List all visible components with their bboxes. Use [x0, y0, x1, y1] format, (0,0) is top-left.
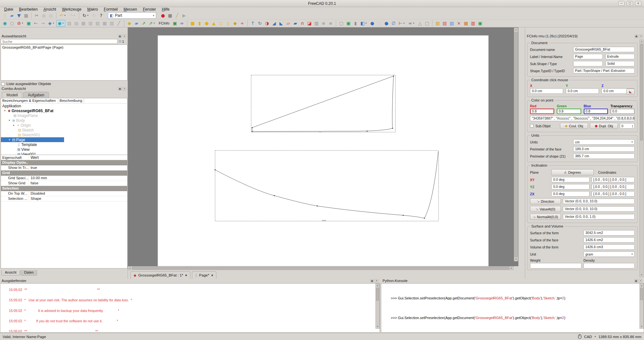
sketch-edit-icon[interactable]: ▨ [441, 20, 448, 27]
panel-close-button[interactable]: × [123, 34, 126, 38]
property-value[interactable]: Disabled [29, 191, 45, 196]
channel-value-field[interactable]: 0.8 [530, 109, 554, 114]
page-canvas[interactable] [128, 27, 518, 266]
color-formats-field[interactable]: "3435973887" , "#cccccc" , "0xcccccc" , … [530, 116, 635, 121]
python-console-log[interactable]: >>> Gui.Selection.setPreselection(App.ge… [381, 283, 644, 333]
plane-angle-field[interactable]: 0.0 deg [551, 184, 590, 189]
insert-view-icon[interactable]: ⇗▾ [147, 20, 156, 27]
channel-value-field[interactable]: 0.8 [584, 109, 608, 114]
workbench-selector[interactable]: ◧ Part ▾ [108, 12, 156, 19]
scroll-left-icon[interactable]: ◂ [128, 267, 132, 270]
scroll-down-icon[interactable]: ▾ [376, 325, 379, 328]
checkbox-icon[interactable] [1, 82, 5, 86]
menu-item[interactable]: Messen [121, 7, 140, 12]
vector-button[interactable]: ↘ Direction [530, 198, 561, 204]
macro-stop-icon[interactable]: ■ [167, 12, 173, 19]
scroll-down-icon[interactable]: ▾ [640, 325, 643, 328]
panel-float-button[interactable]: ▣ [635, 34, 638, 38]
tree-item[interactable]: ▾ ◉ Body [1, 118, 127, 123]
scrollbar-thumb[interactable] [132, 267, 509, 269]
nav-forward-icon[interactable]: → [40, 20, 46, 27]
paste-icon[interactable]: ▤ [48, 12, 54, 19]
property-value[interactable] [10, 170, 12, 175]
fcinfo-field[interactable]: Extrude [605, 54, 635, 59]
property-value[interactable]: true [29, 165, 37, 170]
open-drawing-icon[interactable]: ▰ [133, 20, 140, 27]
selected-objects-toggle[interactable]: Liste ausgewählter Objekte [1, 82, 127, 86]
menu-item[interactable]: Ansicht [41, 7, 59, 12]
boolean-cube-icon[interactable]: ◧▾ [359, 20, 368, 27]
part-offset-icon[interactable]: ≡ [320, 20, 327, 27]
plane-angle-field[interactable]: 0.0 deg [551, 191, 590, 197]
plane-coords-field[interactable]: [.0.0 , 0.0.] [.0.0 , 0.0.] [592, 184, 635, 189]
macro-run-icon[interactable]: ▶ [181, 12, 187, 19]
close-button[interactable]: × [635, 1, 641, 6]
part-mirror-icon[interactable]: ◑ [264, 20, 270, 27]
filter-icon[interactable]: ⊙ [118, 39, 121, 44]
compound-tools-icon[interactable]: ▢ [338, 20, 345, 27]
save-icon[interactable]: ▼ [16, 12, 22, 19]
vector-value-field[interactable]: Vector (0.0, 0.0, 1.0) [563, 214, 635, 219]
scrollbar-thumb[interactable] [515, 32, 517, 257]
part-sweep-icon[interactable]: ∩ [299, 20, 306, 27]
techdraw-tool-icon[interactable]: ◆ [126, 20, 133, 27]
part-torus-icon[interactable]: ○ [218, 20, 224, 27]
scroll-up-icon[interactable]: ▴ [640, 284, 643, 287]
boolean-rings-icon[interactable]: ∅ [390, 20, 397, 27]
draw-style-icon[interactable]: ⊘▾ [16, 20, 25, 27]
panel-float-button[interactable]: ▣ [118, 34, 122, 38]
fcinfo-glasses-icon[interactable]: ∞ [179, 20, 185, 27]
property-row[interactable]: Grid Spaci... 10.00 mm [1, 176, 127, 181]
tree-item[interactable]: ▸ + Origin [1, 123, 127, 128]
fcinfo-field[interactable]: Page [573, 54, 603, 59]
panel-close-button[interactable]: × [639, 279, 642, 283]
close-icon[interactable]: × [185, 273, 187, 277]
expand-arrow-icon[interactable]: ▾ [3, 109, 7, 112]
scrollbar-thumb[interactable] [640, 44, 643, 141]
property-name-column[interactable]: Eigenschaft [1, 155, 29, 160]
tree-item[interactable]: Applikation [1, 103, 127, 108]
fit-all-icon[interactable]: ◉ [2, 20, 8, 27]
fcinfo-field[interactable] [573, 61, 603, 66]
part-cylinder-icon[interactable]: ▮ [196, 20, 203, 27]
tree-item[interactable]: ▨ Sketch [1, 128, 127, 132]
textured-view-icon[interactable]: ▣ [25, 20, 32, 27]
part-chamfer-icon[interactable]: ◣ [278, 20, 284, 27]
export-page-icon[interactable]: ⇗ [140, 20, 147, 27]
output-log[interactable]: 15:05:02** ** 15:05:02* Use at your own … [0, 283, 380, 333]
sketch-merge-icon[interactable]: ▦ [463, 20, 469, 27]
view-vertical-scrollbar[interactable]: ▴ ▾ [514, 28, 518, 261]
sketch-validate-icon[interactable]: × [456, 20, 462, 27]
output-scrollbar[interactable]: ▴ ▾ [375, 284, 380, 329]
chevron-down-icon[interactable]: ▾ [594, 335, 596, 338]
plane-angle-field[interactable]: 0.0 deg [551, 177, 590, 182]
menu-item[interactable]: Formteil [101, 7, 120, 12]
minimize-button[interactable]: − [618, 1, 625, 6]
fcinfo-field[interactable]: Solid [605, 61, 635, 66]
boolean-cylinder-icon[interactable]: ▮ [352, 20, 359, 27]
weight-field[interactable] [530, 263, 582, 268]
panel-close-button[interactable]: × [375, 279, 378, 283]
check-geometry-icon[interactable]: △ [417, 20, 423, 27]
sketch-attach-icon[interactable]: ▧ [449, 20, 455, 27]
property-row[interactable]: Selection ... Shape [1, 196, 127, 201]
open-folder-icon[interactable]: ▰ [9, 12, 15, 19]
part-extrude-icon[interactable]: ↑ [250, 20, 256, 27]
sketch-export-icon[interactable]: ▨ [434, 20, 441, 27]
part-section-icon[interactable]: ◪ [306, 20, 313, 27]
boolean-window-icon[interactable]: ▣ [345, 20, 352, 27]
view-left-icon[interactable]: ▧ [109, 20, 115, 27]
channel-value-field[interactable]: 0.8 [557, 109, 581, 114]
part-thickness-icon[interactable]: ≡ [327, 20, 334, 27]
expand-arrow-icon[interactable]: ▾ [7, 119, 11, 122]
tree-column-header[interactable]: Beschreibung [58, 98, 84, 103]
drawing-page-view[interactable]: ▴ ▾ [128, 27, 518, 266]
console-scrollbar[interactable]: ▴ ▾ [639, 284, 644, 329]
vector-button[interactable]: ↘ NormalAt(0,0) [530, 214, 561, 220]
property-row[interactable]: Grid [1, 170, 127, 176]
search-input[interactable] [1, 39, 118, 44]
sketch-mirror-icon[interactable]: ▥ [470, 20, 476, 27]
scrollbar-thumb[interactable] [376, 288, 379, 301]
fcinfo-field[interactable]: 1426.6 cm3 [583, 244, 635, 250]
tree-item[interactable]: ▨ Sketch001 [1, 132, 127, 137]
